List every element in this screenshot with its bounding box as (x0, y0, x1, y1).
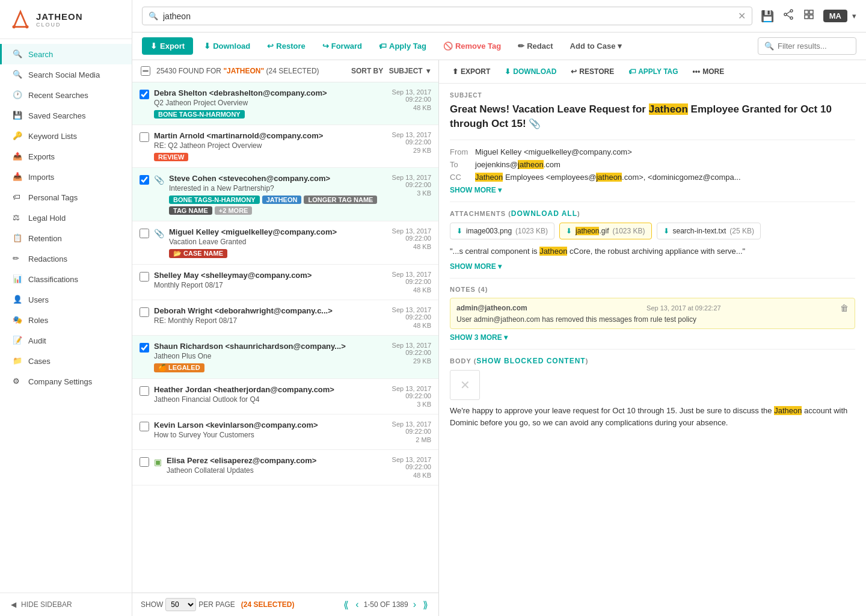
export-button[interactable]: ⬇ Export (142, 37, 193, 55)
add-to-case-button[interactable]: Add to Case ▾ (564, 38, 628, 54)
select-all-checkbox[interactable] (141, 66, 150, 76)
delete-note-button[interactable]: 🗑 (840, 303, 849, 313)
detail-download-button[interactable]: ⬇ DOWNLOAD (500, 65, 561, 78)
row-checkbox[interactable] (140, 229, 149, 238)
filesize: (25 KB) (729, 227, 754, 235)
table-row[interactable]: Deborah Wright <deborahwright@company.c.… (132, 300, 438, 336)
tag[interactable]: BONE TAGS-N-HARMONY (154, 110, 245, 119)
grid-view-button[interactable] (800, 6, 817, 26)
show-blocked-button[interactable]: SHOW BLOCKED CONTENT (476, 357, 585, 365)
table-row[interactable]: Debra Shelton <debrashelton@company.com>… (132, 82, 438, 125)
tag[interactable]: JATHEON (262, 196, 302, 204)
redact-button[interactable]: ✏ Redact (512, 38, 559, 54)
email-size: 29 KB (392, 357, 431, 365)
tag[interactable]: REVIEW (154, 153, 188, 161)
user-chevron-icon[interactable]: ▾ (852, 11, 856, 20)
tag[interactable]: 📂 CASE NAME (169, 249, 227, 258)
show-label: SHOW (141, 600, 163, 609)
sidebar-item-recent-searches[interactable]: 🕐 Recent Searches (0, 85, 132, 105)
sidebar-item-personal-tags[interactable]: 🏷 Personal Tags (0, 187, 132, 208)
sidebar-item-imports[interactable]: 📥 Imports (0, 167, 132, 187)
sidebar-item-classifications[interactable]: 📊 Classifications (0, 269, 132, 289)
share-search-button[interactable] (780, 6, 797, 26)
attachment-files: ⬇ image003.png (1023 KB) ⬇ jatheon.gif (… (450, 223, 855, 239)
sort-button[interactable]: SORT BY SUBJECT ▾ (351, 67, 430, 75)
sidebar-item-legal-hold[interactable]: ⚖ Legal Hold (0, 208, 132, 228)
table-row[interactable]: 📎 Steve Cohen <stevecohen@company.com> I… (132, 168, 438, 221)
tag[interactable]: 🍊 LEGALED (154, 363, 204, 372)
email-subject: Jatheon Collateral Updates (167, 466, 387, 475)
row-checkbox[interactable] (140, 343, 149, 353)
sidebar-item-redactions[interactable]: ✏ Redactions (0, 248, 132, 269)
sidebar-item-label: Keyword Lists (28, 132, 77, 141)
restore-button[interactable]: ↩ Restore (261, 38, 311, 54)
save-search-button[interactable]: 💾 (758, 7, 776, 25)
user-badge[interactable]: MA (823, 10, 847, 22)
email-subject: Jatheon Plus One (154, 352, 387, 360)
row-checkbox[interactable] (140, 422, 149, 431)
table-row[interactable]: ▣ Elisa Perez <elisaperez@company.com> J… (132, 450, 438, 485)
filter-input[interactable] (778, 42, 850, 51)
row-checkbox[interactable] (140, 132, 149, 142)
per-page-select[interactable]: 5025100 (165, 598, 196, 611)
forward-button[interactable]: ↪ Forward (316, 38, 368, 54)
row-checkbox[interactable] (140, 307, 149, 317)
attachment-icon: ▣ (154, 457, 162, 467)
detail-restore-button[interactable]: ↩ RESTORE (566, 65, 619, 78)
sidebar-item-saved-searches[interactable]: 💾 Saved Searches (0, 105, 132, 126)
detail-tag-icon: 🏷 (628, 67, 636, 76)
table-row[interactable]: Kevin Larson <kevinlarson@company.com> H… (132, 414, 438, 450)
table-row[interactable]: Shaun Richardson <shaunrichardson@compan… (132, 336, 438, 379)
email-subject: How to Survey Your Customers (154, 431, 387, 439)
sidebar-item-audit[interactable]: 📝 Audit (0, 330, 132, 351)
show-more-body-button[interactable]: SHOW MORE ▾ (450, 262, 502, 271)
detail-export-button[interactable]: ⬆ EXPORT (447, 65, 495, 78)
table-row[interactable]: Martin Arnold <martinarnold@company.com>… (132, 125, 438, 168)
table-row[interactable]: Heather Jordan <heatherjordan@company.co… (132, 379, 438, 414)
sidebar-item-exports[interactable]: 📤 Exports (0, 146, 132, 167)
attachment-file[interactable]: ⬇ jatheon.gif (1023 KB) (559, 223, 651, 239)
sidebar-item-retention[interactable]: 📋 Retention (0, 228, 132, 248)
apply-tag-button[interactable]: 🏷 Apply Tag (373, 38, 432, 54)
first-page-button[interactable]: ⟪ (342, 599, 351, 611)
sidebar-item-cases[interactable]: 📁 Cases (0, 351, 132, 371)
tag[interactable]: TAG NAME (169, 206, 212, 215)
email-date: Sep 13, 201709:22:00 (392, 174, 431, 188)
remove-tag-button[interactable]: 🚫 Remove Tag (437, 38, 507, 54)
row-checkbox[interactable] (140, 386, 149, 396)
table-row[interactable]: Shelley May <shelleymay@company.com> Mon… (132, 265, 438, 300)
keyword-icon: 🔑 (13, 131, 22, 141)
tag[interactable]: +2 MORE (215, 206, 253, 215)
download-button[interactable]: ⬇ Download (198, 38, 256, 54)
sidebar-item-label: Retention (28, 234, 62, 243)
hide-sidebar-button[interactable]: ◀ HIDE SIDEBAR (0, 593, 132, 616)
sidebar-item-roles[interactable]: 🎭 Roles (0, 310, 132, 330)
attachment-file[interactable]: ⬇ search-in-text.txt (25 KB) (657, 223, 761, 239)
row-checkbox[interactable] (140, 90, 149, 99)
row-checkbox[interactable] (140, 175, 149, 185)
sidebar-item-label: Audit (28, 336, 46, 345)
sidebar-item-users[interactable]: 👤 Users (0, 289, 132, 310)
row-checkbox[interactable] (140, 457, 149, 467)
table-row[interactable]: 📎 Miguel Kelley <miguelkelley@company.co… (132, 221, 438, 265)
tag[interactable]: BONE TAGS-N-HARMONY (169, 196, 260, 204)
email-meta: Sep 13, 201709:22:00 2 MB (392, 420, 431, 443)
sidebar-item-company-settings[interactable]: ⚙ Company Settings (0, 371, 132, 392)
search-input[interactable] (163, 11, 733, 21)
sidebar-item-keyword-lists[interactable]: 🔑 Keyword Lists (0, 126, 132, 146)
download-all-link[interactable]: DOWNLOAD ALL (511, 209, 577, 218)
row-checkbox[interactable] (140, 272, 149, 282)
sidebar-item-search[interactable]: 🔍 Search (0, 44, 132, 64)
next-page-button[interactable]: › (411, 599, 418, 610)
tag[interactable]: LONGER TAG NAME (304, 196, 377, 204)
search-clear-button[interactable]: ✕ (738, 10, 746, 22)
last-page-button[interactable]: ⟫ (421, 599, 430, 611)
attachment-file[interactable]: ⬇ image003.png (1023 KB) (450, 223, 554, 239)
show-more-notes-button[interactable]: SHOW 3 MORE ▾ (450, 333, 508, 342)
sidebar-item-search-social[interactable]: 🔍 Search Social Media (0, 64, 132, 85)
prev-page-button[interactable]: ‹ (354, 599, 360, 610)
detail-apply-tag-button[interactable]: 🏷 APPLY TAG (624, 65, 683, 78)
show-more-button[interactable]: SHOW MORE ▾ (450, 186, 502, 194)
svg-rect-10 (805, 15, 808, 19)
detail-more-button[interactable]: ••• MORE (688, 65, 729, 78)
